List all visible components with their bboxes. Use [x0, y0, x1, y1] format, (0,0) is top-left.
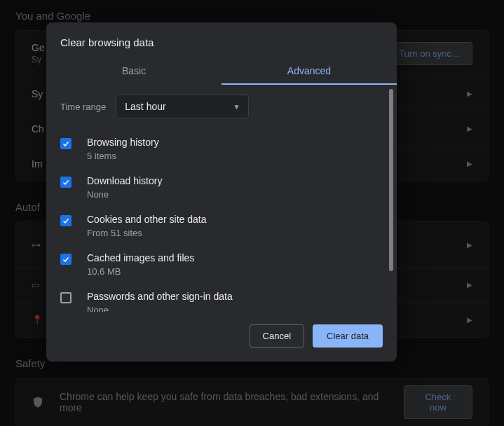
clear-item-title: Cookies and other site data: [87, 214, 206, 225]
clear-item-sub: None: [87, 305, 233, 312]
time-range-value: Last hour: [125, 101, 165, 112]
checkbox[interactable]: [60, 177, 71, 188]
clear-item-title: Passwords and other sign-in data: [87, 291, 233, 302]
clear-item-row[interactable]: Download historyNone: [60, 168, 383, 207]
checkbox[interactable]: [60, 138, 71, 149]
clear-item-title: Browsing history: [87, 137, 159, 148]
time-range-label: Time range: [60, 102, 106, 112]
clear-item-sub: From 51 sites: [87, 228, 206, 238]
clear-item-row[interactable]: Cookies and other site dataFrom 51 sites: [60, 207, 383, 245]
dialog-footer: Cancel Clear data: [46, 312, 397, 362]
clear-item-sub: None: [87, 189, 162, 200]
clear-item-sub: 5 items: [87, 151, 159, 161]
scrollbar-thumb[interactable]: [389, 89, 393, 271]
chevron-down-icon: ▼: [233, 103, 240, 111]
checkbox[interactable]: [60, 254, 71, 265]
clear-item-sub: 10.6 MB: [87, 266, 194, 277]
clear-item-title: Download history: [87, 175, 162, 186]
time-range-select[interactable]: Last hour ▼: [116, 95, 249, 118]
dialog-title: Clear browsing data: [46, 22, 397, 58]
checkbox[interactable]: [60, 215, 71, 226]
clear-item-row[interactable]: Passwords and other sign-in dataNone: [60, 284, 383, 312]
tab-basic[interactable]: Basic: [46, 58, 222, 85]
tab-advanced[interactable]: Advanced: [222, 58, 397, 85]
dialog-body: Time range Last hour ▼ Browsing history5…: [46, 85, 397, 312]
checkbox[interactable]: [60, 292, 71, 303]
clear-item-row[interactable]: Cached images and files10.6 MB: [60, 245, 383, 284]
clear-browsing-data-dialog: Clear browsing data Basic Advanced Time …: [46, 22, 397, 362]
clear-item-row[interactable]: Browsing history5 items: [60, 130, 383, 168]
cancel-button[interactable]: Cancel: [250, 324, 304, 348]
clear-data-button[interactable]: Clear data: [313, 324, 383, 348]
dialog-tabs: Basic Advanced: [46, 58, 397, 85]
clear-item-title: Cached images and files: [87, 252, 194, 263]
time-range-row: Time range Last hour ▼: [60, 95, 383, 118]
